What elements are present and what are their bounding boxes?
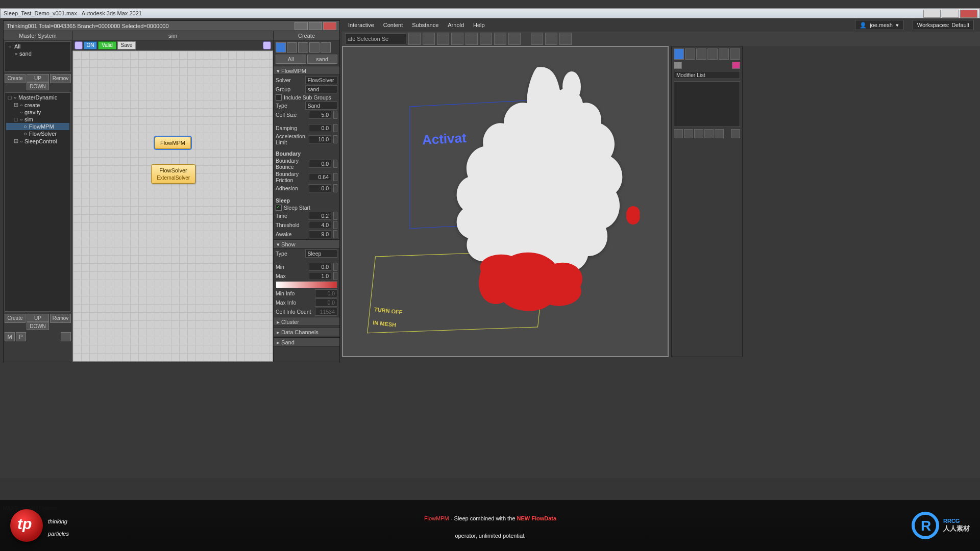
dynamic-tree[interactable]: □▫MasterDynamic ⊞▫create ▫gravity □▫sim … bbox=[5, 92, 71, 312]
toolbar-icon[interactable] bbox=[423, 33, 435, 45]
p-button[interactable]: P bbox=[16, 332, 26, 341]
time-spinner[interactable]: 0.2 bbox=[309, 212, 331, 220]
tree-row-all[interactable]: ▫All bbox=[6, 43, 69, 50]
remove-button[interactable]: Remov bbox=[50, 314, 71, 323]
min-spinner[interactable]: 0.0 bbox=[309, 263, 331, 271]
stack-icon[interactable] bbox=[674, 129, 683, 138]
toolbar-icon[interactable] bbox=[508, 33, 521, 45]
tree-row[interactable]: ⊞▫SleepControl bbox=[6, 137, 69, 145]
toolbar-icon[interactable] bbox=[408, 33, 421, 45]
minimize-button[interactable] bbox=[295, 22, 308, 30]
tree-row[interactable]: ▫gravity bbox=[6, 109, 69, 116]
viewport-perspective[interactable]: Activat TURN OFFIN MESH bbox=[342, 46, 669, 357]
maximize-button[interactable] bbox=[942, 10, 959, 18]
m-button[interactable]: M bbox=[5, 332, 15, 341]
down-button[interactable]: DOWN bbox=[27, 322, 49, 330]
cellsize-spinner[interactable]: 5.0 bbox=[309, 111, 331, 119]
toolbar-icon[interactable] bbox=[559, 33, 572, 45]
port-right[interactable] bbox=[263, 41, 271, 49]
category-icon[interactable] bbox=[298, 42, 308, 53]
toolbar-icon[interactable] bbox=[545, 33, 557, 45]
display-tab-icon[interactable] bbox=[719, 48, 729, 60]
spinner-icon[interactable] bbox=[333, 263, 337, 271]
tree-row[interactable]: □▫MasterDynamic bbox=[6, 94, 69, 101]
remove-button[interactable]: Remov bbox=[50, 74, 71, 83]
minimize-button[interactable] bbox=[923, 10, 941, 18]
port-left[interactable] bbox=[75, 41, 83, 49]
group-select[interactable]: sand bbox=[305, 85, 338, 93]
toolbar-icon[interactable] bbox=[437, 33, 449, 45]
solver-select[interactable]: FlowSolver bbox=[305, 76, 338, 84]
workspace-selector[interactable]: Workspaces: Default bbox=[913, 20, 974, 30]
menu-help[interactable]: Help bbox=[473, 22, 485, 28]
category-icon[interactable] bbox=[287, 42, 297, 53]
selection-set-dropdown[interactable]: ate Selection Se bbox=[345, 33, 406, 44]
stack-icon[interactable] bbox=[684, 129, 693, 138]
spinner-icon[interactable] bbox=[333, 184, 337, 192]
category-icon[interactable] bbox=[321, 42, 331, 53]
toolbar-icon[interactable] bbox=[451, 33, 463, 45]
rollout-cluster[interactable]: ▸ Cluster bbox=[274, 317, 339, 326]
thinking-titlebar[interactable]: Thinking001 Total=0043365 Branch=0000000… bbox=[4, 21, 339, 31]
rollout-flowmpm[interactable]: ▾ FlowMPM bbox=[274, 66, 339, 75]
stack-icon[interactable] bbox=[704, 129, 714, 138]
modifier-list-dropdown[interactable]: Modifier List bbox=[674, 71, 740, 79]
awake-spinner[interactable]: 9.0 bbox=[309, 230, 331, 238]
group-tree[interactable]: ▫All ▫sand bbox=[5, 41, 71, 72]
spinner-icon[interactable] bbox=[333, 272, 337, 280]
on-button[interactable]: ON bbox=[84, 41, 97, 49]
motion-tab-icon[interactable] bbox=[707, 48, 718, 60]
rollout-show[interactable]: ▾ Show bbox=[274, 239, 339, 248]
create-button[interactable]: Create bbox=[5, 74, 26, 83]
valid-button[interactable]: Valid bbox=[98, 41, 116, 49]
hierarchy-tab-icon[interactable] bbox=[696, 48, 706, 60]
category-icon[interactable] bbox=[309, 42, 320, 53]
create-button[interactable]: Create bbox=[5, 314, 26, 323]
tab-all[interactable]: All bbox=[276, 55, 306, 64]
colorswatch[interactable] bbox=[674, 62, 682, 69]
toolbar-icon[interactable] bbox=[531, 33, 543, 45]
node-flowsolver[interactable]: FlowSolver ExternalSolver bbox=[151, 164, 195, 184]
sleep-start-check[interactable] bbox=[276, 205, 282, 211]
tree-row[interactable]: ⊞▫create bbox=[6, 101, 69, 109]
spinner-icon[interactable] bbox=[333, 111, 337, 119]
threshold-spinner[interactable]: 4.0 bbox=[309, 221, 331, 229]
modifier-stack[interactable] bbox=[674, 81, 740, 127]
up-button[interactable]: UP bbox=[27, 74, 49, 82]
tree-row-sand[interactable]: ▫sand bbox=[6, 50, 69, 57]
down-button[interactable]: DOWN bbox=[27, 82, 49, 90]
spinner-icon[interactable] bbox=[333, 124, 337, 132]
spinner-icon[interactable] bbox=[333, 173, 337, 181]
tree-row[interactable]: □▫sim bbox=[6, 116, 69, 123]
toolbar-icon[interactable] bbox=[480, 33, 492, 45]
toolbar-icon[interactable] bbox=[465, 33, 478, 45]
type-select[interactable]: Sand bbox=[305, 102, 338, 110]
teapot-icon[interactable] bbox=[61, 332, 71, 341]
rollout-sand[interactable]: ▸ Sand bbox=[274, 337, 339, 346]
showtype-select[interactable]: Sleep bbox=[305, 249, 338, 258]
category-icon[interactable] bbox=[276, 42, 286, 53]
utilities-tab-icon[interactable] bbox=[730, 48, 740, 60]
gradient-bar[interactable] bbox=[276, 281, 337, 288]
toolbar-icon[interactable] bbox=[494, 33, 506, 45]
spinner-icon[interactable] bbox=[333, 230, 337, 238]
spinner-icon[interactable] bbox=[333, 221, 337, 229]
close-button[interactable] bbox=[960, 10, 977, 18]
close-button[interactable] bbox=[323, 22, 336, 30]
modify-tab-icon[interactable] bbox=[685, 48, 695, 60]
maximize-button[interactable] bbox=[309, 22, 322, 30]
timeline[interactable] bbox=[0, 479, 980, 500]
colorswatch[interactable] bbox=[732, 62, 740, 69]
tree-row-flowsolver[interactable]: ○FlowSolver bbox=[6, 130, 69, 137]
tab-sand[interactable]: sand bbox=[307, 55, 338, 64]
include-subgroups-check[interactable] bbox=[276, 94, 282, 101]
create-tab-icon[interactable] bbox=[674, 48, 684, 60]
stack-icon[interactable] bbox=[731, 129, 740, 138]
up-button[interactable]: UP bbox=[27, 314, 49, 322]
rollout-datachannels[interactable]: ▸ Data Channels bbox=[274, 327, 339, 336]
bounce-spinner[interactable]: 0.0 bbox=[309, 160, 331, 168]
menu-content[interactable]: Content bbox=[383, 22, 403, 28]
stack-icon[interactable] bbox=[715, 129, 724, 138]
save-button[interactable]: Save bbox=[117, 41, 136, 49]
menu-interactive[interactable]: Interactive bbox=[348, 22, 374, 28]
